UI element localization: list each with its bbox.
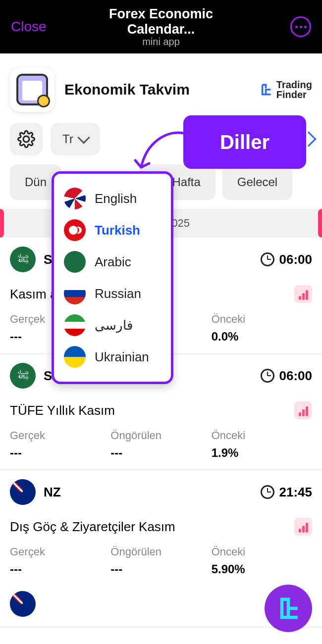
clock-icon bbox=[261, 252, 274, 266]
close-button[interactable]: Close bbox=[11, 19, 47, 35]
forecast-label: Öngörülen bbox=[110, 429, 211, 442]
event-time: 06:00 bbox=[279, 368, 313, 384]
previous-value: 1.9% bbox=[212, 446, 312, 460]
forecast-value: --- bbox=[110, 446, 211, 460]
language-selector[interactable]: Tr bbox=[51, 123, 100, 155]
lang-label: English bbox=[95, 191, 137, 206]
language-short: Tr bbox=[62, 132, 73, 146]
event-card[interactable]: NZ 21:45 Dış Göç & Ziyaretçiler Kasım Ge… bbox=[0, 470, 322, 586]
country-code: NZ bbox=[44, 485, 61, 500]
more-options-button[interactable] bbox=[290, 16, 311, 37]
app-logo-icon bbox=[10, 67, 54, 112]
flag-ua-icon bbox=[64, 346, 86, 368]
brand-text: Trading Finder bbox=[276, 80, 312, 99]
flag-uk-icon bbox=[64, 188, 86, 209]
lang-label: فارسی bbox=[95, 318, 133, 333]
flag-tr-icon bbox=[64, 219, 86, 241]
date-prev-handle[interactable] bbox=[0, 209, 4, 238]
brand-line1: Trading bbox=[276, 80, 312, 90]
brand-logo[interactable]: Trading Finder bbox=[260, 80, 312, 99]
event-title: TÜFE Yıllık Kasım bbox=[10, 403, 294, 418]
impact-icon bbox=[294, 518, 312, 536]
previous-label: Önceki bbox=[212, 545, 312, 558]
actual-value: --- bbox=[10, 446, 110, 460]
clock-overlay-icon bbox=[37, 95, 50, 107]
dot-icon bbox=[300, 26, 302, 28]
dot-icon bbox=[295, 26, 298, 28]
previous-value: 0.0% bbox=[212, 330, 312, 344]
flag-ru-icon bbox=[64, 283, 86, 304]
titlebar: Close Forex Economic Calendar... mini ap… bbox=[0, 0, 322, 53]
lang-option-farsi[interactable]: فارسی bbox=[60, 309, 165, 341]
actual-label: Gerçek bbox=[10, 429, 110, 442]
tab-next[interactable]: Gelecel bbox=[222, 164, 292, 200]
forecast-value: --- bbox=[110, 562, 211, 576]
titlebar-center: Forex Economic Calendar... mini app bbox=[81, 6, 242, 48]
brand-glyph-icon bbox=[275, 595, 301, 621]
event-title: Dış Göç & Ziyaretçiler Kasım bbox=[10, 519, 294, 535]
app-header: Ekonomik Takvim Trading Finder bbox=[0, 53, 322, 123]
gear-icon bbox=[17, 130, 35, 148]
app-window-title: Forex Economic Calendar... bbox=[81, 6, 242, 37]
clock-icon bbox=[261, 369, 274, 383]
lang-label: Arabic bbox=[95, 254, 131, 270]
clock-icon bbox=[261, 485, 274, 499]
flag-sa-icon: ﷻ bbox=[10, 363, 36, 389]
flag-nz-icon bbox=[10, 591, 36, 617]
impact-icon bbox=[294, 401, 312, 419]
chevron-down-icon bbox=[77, 131, 90, 144]
lang-option-russian[interactable]: Russian bbox=[60, 278, 165, 309]
actual-label: Gerçek bbox=[10, 545, 110, 558]
lang-option-english[interactable]: English bbox=[60, 183, 165, 214]
language-popup: English Turkish Arabic Russian فارسی Ukr… bbox=[52, 171, 173, 384]
dot-icon bbox=[304, 26, 307, 28]
page-title: Ekonomik Takvim bbox=[64, 81, 260, 98]
brand-line2: Finder bbox=[276, 90, 312, 99]
actual-value: --- bbox=[10, 562, 110, 576]
flag-ir-icon bbox=[64, 314, 86, 336]
event-time: 21:45 bbox=[279, 485, 313, 500]
app-window-subtitle: mini app bbox=[81, 36, 242, 48]
callout-label: Diller bbox=[220, 131, 269, 153]
previous-value: 5.90% bbox=[212, 562, 312, 576]
date-next-handle[interactable] bbox=[318, 209, 322, 238]
brand-mark-icon bbox=[260, 83, 273, 97]
settings-button[interactable] bbox=[10, 123, 43, 155]
calendar-icon bbox=[16, 74, 48, 105]
previous-label: Önceki bbox=[212, 313, 312, 326]
callout-diller: Diller bbox=[183, 115, 306, 169]
lang-label: Turkish bbox=[95, 223, 140, 238]
forecast-label: Öngörülen bbox=[110, 545, 211, 558]
flag-sa-icon bbox=[64, 251, 86, 273]
lang-option-ukrainian[interactable]: Ukrainian bbox=[60, 341, 165, 373]
flag-sa-icon: ﷻ bbox=[10, 247, 36, 272]
brand-fab-button[interactable] bbox=[265, 585, 312, 632]
lang-label: Ukrainian bbox=[95, 349, 149, 365]
event-time: 06:00 bbox=[279, 252, 313, 267]
impact-icon bbox=[294, 285, 312, 303]
previous-label: Önceki bbox=[212, 429, 312, 442]
lang-option-arabic[interactable]: Arabic bbox=[60, 246, 165, 278]
lang-label: Russian bbox=[95, 286, 141, 301]
flag-nz-icon bbox=[10, 479, 36, 505]
lang-option-turkish[interactable]: Turkish bbox=[60, 214, 165, 246]
